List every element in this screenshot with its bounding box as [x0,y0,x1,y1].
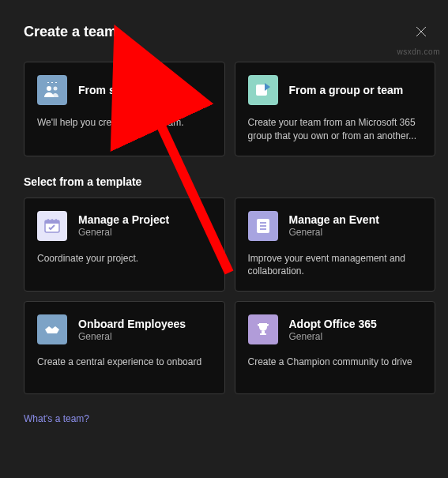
card-titles: Manage an Event General [289,213,379,238]
people-plus-icon [37,75,67,105]
svg-rect-14 [262,331,265,333]
card-title: Manage an Event [289,213,379,226]
card-description: Create your team from an Microsoft 365 g… [248,116,423,143]
card-subtitle: General [78,227,169,238]
create-team-dialog: Create a team From scratch [0,0,448,478]
card-titles: Adopt Office 365 General [289,318,377,342]
card-title: Adopt Office 365 [289,318,377,330]
svg-rect-6 [45,220,59,224]
template-manage-event[interactable]: Manage an Event General Improve your eve… [235,198,436,292]
dialog-title: Create a team [24,24,117,40]
card-description: Improve your event management and collab… [248,252,423,279]
card-title: Onboard Employees [78,318,186,330]
close-icon [416,26,427,37]
templates-grid: Manage a Project General Coordinate your… [24,198,435,395]
card-subtitle: General [78,331,186,342]
calendar-check-icon [37,211,67,241]
card-title: Manage a Project [78,213,169,226]
close-button[interactable] [412,22,431,41]
card-titles: Manage a Project General [78,213,169,238]
card-subtitle: General [289,227,379,238]
trophy-icon [248,314,278,344]
handshake-icon [37,314,67,344]
card-titles: From a group or team [289,84,404,96]
svg-point-7 [47,219,49,220]
create-options-grid: From scratch We'll help you create a bas… [24,62,435,156]
card-description: We'll help you create a basic team. [37,116,212,130]
watermark-text: wsxdn.com [397,47,440,56]
card-header: From a group or team [248,75,423,105]
card-header: From scratch [37,75,212,105]
card-subtitle: General [289,331,377,342]
group-arrow-icon [248,75,278,105]
svg-point-9 [55,219,57,220]
dialog-header: Create a team [24,22,435,41]
card-header: Adopt Office 365 General [248,314,423,344]
option-from-group[interactable]: From a group or team Create your team fr… [235,62,436,156]
template-manage-project[interactable]: Manage a Project General Coordinate your… [24,198,225,292]
card-description: Coordinate your project. [37,252,212,265]
whats-a-team-link[interactable]: What's a team? [24,413,435,424]
card-description: Create a central experience to onboard [37,356,212,369]
card-titles: Onboard Employees General [78,318,186,342]
card-header: Manage an Event General [248,211,423,241]
templates-section-title: Select from a template [24,175,435,188]
svg-point-8 [51,219,53,220]
card-header: Manage a Project General [37,211,212,241]
card-description: Create a Champion community to drive [248,356,423,369]
template-adopt-office365[interactable]: Adopt Office 365 General Create a Champi… [235,301,436,394]
list-icon [248,211,278,241]
template-onboard-employees[interactable]: Onboard Employees General Create a centr… [24,301,225,394]
svg-point-3 [54,87,58,91]
svg-rect-15 [260,333,266,335]
option-from-scratch[interactable]: From scratch We'll help you create a bas… [24,62,225,156]
card-titles: From scratch [78,84,149,96]
svg-point-2 [47,86,51,91]
card-title: From a group or team [289,84,404,96]
card-title: From scratch [78,84,149,96]
card-header: Onboard Employees General [37,314,212,344]
